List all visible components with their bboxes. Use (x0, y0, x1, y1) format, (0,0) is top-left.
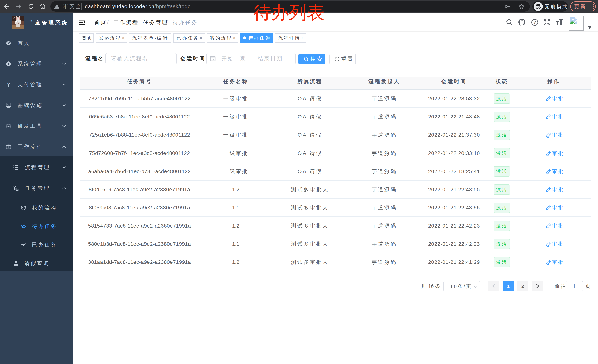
svg-text:¥: ¥ (7, 82, 10, 88)
svg-text:?: ? (533, 20, 536, 25)
